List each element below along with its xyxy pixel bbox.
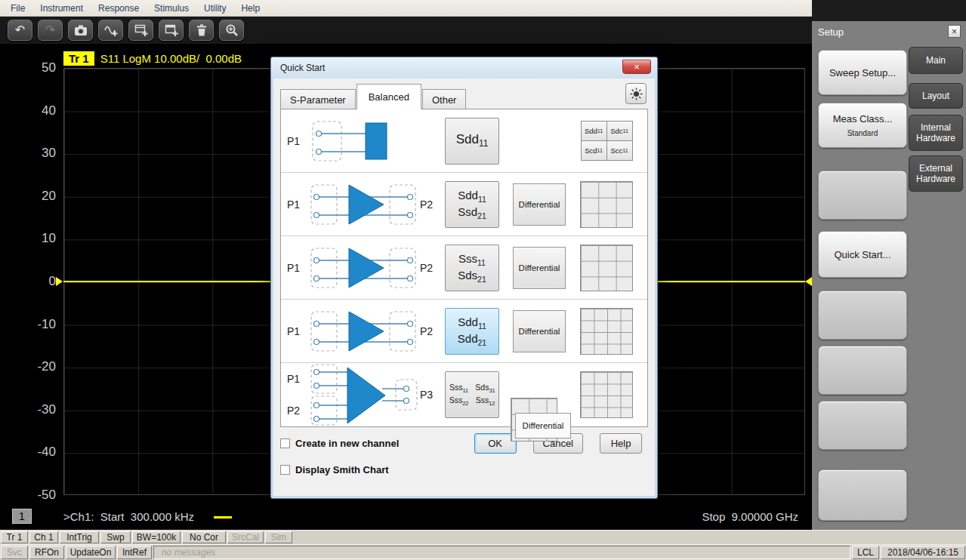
softkey-label: Sweep Setup...	[829, 67, 896, 78]
port-label-p3: P3	[420, 389, 433, 401]
matrix-preview-3x3[interactable]	[580, 181, 633, 228]
port-labels: P1	[287, 135, 307, 147]
status-srccal: SrcCal	[227, 531, 264, 543]
help-button[interactable]: Help	[600, 433, 642, 454]
setup-softkey-panel: Setup × Sweep Setup... Meas Class... Sta…	[812, 21, 966, 530]
menu-item-response[interactable]: Response	[91, 1, 147, 16]
add-trace-button[interactable]	[98, 20, 123, 41]
port-label-p2: P2	[420, 325, 433, 337]
setup-tab-layout[interactable]: Layout	[909, 83, 963, 109]
differential-button[interactable]: Differential	[515, 413, 571, 438]
meas-button-3port[interactable]: Sss11 Sds31 Sss22 Sss12	[445, 371, 499, 418]
waveform-plus-icon	[103, 23, 119, 38]
sun-icon	[630, 88, 643, 100]
trace-color-key-icon	[214, 516, 232, 518]
menu-bar: File Instrument Response Stimulus Utilit…	[0, 0, 812, 17]
softkey-blank-1	[818, 171, 907, 220]
dialog-close-button[interactable]: ×	[622, 60, 651, 74]
menu-item-file[interactable]: File	[3, 1, 32, 16]
tab-label: Layout	[922, 91, 949, 101]
differential-button[interactable]: Differential	[513, 183, 566, 226]
channel-badge: 1	[12, 509, 32, 524]
matrix-button-sdd11[interactable]: Sdd11	[581, 121, 607, 141]
tab-other[interactable]: Other	[422, 89, 467, 109]
undo-icon: ↶	[15, 24, 25, 36]
meas-button-sdd11[interactable]: Sdd11	[445, 118, 499, 165]
port-label-p1: P1	[287, 262, 307, 274]
matrix-button-scc11[interactable]: Scc11	[606, 140, 633, 161]
dialog-title: Quick Start	[280, 63, 325, 73]
delete-button[interactable]	[189, 20, 214, 41]
meas-button-sdd11-sdd21-selected[interactable]: Sdd11 Sdd21	[445, 308, 499, 355]
menu-item-stimulus[interactable]: Stimulus	[147, 1, 196, 16]
quick-start-dialog: Quick Start × S-Parameter Balanced Other	[270, 57, 658, 499]
screenshot-button[interactable]	[68, 20, 93, 41]
redo-button[interactable]: ↷	[38, 20, 63, 41]
menu-item-instrument[interactable]: Instrument	[32, 1, 91, 16]
setup-tab-main[interactable]: Main	[909, 47, 963, 74]
y-tick: -10	[37, 317, 56, 332]
balanced-2port-schematic	[307, 242, 420, 294]
status-bar-2: Svc RFOn UpdateOn IntRef no messages LCL…	[0, 544, 966, 560]
topology-row-4: P1 P2 Sdd11 Sdd21 Differe	[281, 300, 647, 363]
checkbox-label[interactable]: Display Smith Chart	[295, 464, 389, 475]
checkbox-label[interactable]: Create in new channel	[295, 438, 399, 449]
matrix-button-scd11[interactable]: Scd11	[581, 140, 607, 161]
menu-item-help[interactable]: Help	[233, 1, 267, 16]
softkey-label: Quick Start...	[834, 249, 890, 260]
zoom-button[interactable]	[219, 20, 244, 41]
setup-close-button[interactable]: ×	[948, 25, 961, 38]
status-sweep: Swp	[100, 531, 131, 543]
undo-button[interactable]: ↶	[8, 20, 32, 41]
dialog-tabs: S-Parameter Balanced Other	[280, 78, 648, 109]
matrix-button-sdc11[interactable]: Sdc11	[606, 121, 633, 141]
y-tick: -20	[37, 359, 56, 374]
tab-label: External Hardware	[911, 163, 961, 184]
copy-channel-button[interactable]	[128, 20, 153, 41]
setup-tab-internal-hardware[interactable]: Internal Hardware	[909, 115, 963, 151]
status-update: UpdateOn	[66, 546, 116, 559]
status-correction: No Cor	[182, 531, 226, 543]
matrix-preview-4x4[interactable]	[580, 371, 633, 418]
dialog-body: S-Parameter Balanced Other	[271, 78, 657, 475]
softkey-meas-class[interactable]: Meas Class... Standard	[818, 103, 907, 148]
add-window-button[interactable]	[159, 20, 184, 41]
differential-button[interactable]: Differential	[513, 247, 566, 289]
y-tick: -40	[37, 445, 56, 460]
status-reference: IntRef	[117, 546, 152, 559]
display-brightness-button[interactable]	[625, 83, 647, 104]
port-label-p1: P1	[287, 135, 307, 147]
y-tick: 40	[42, 103, 56, 118]
y-tick: 0	[49, 274, 56, 289]
differential-button[interactable]: Differential	[513, 310, 566, 352]
status-rf: RFOn	[29, 546, 64, 559]
y-axis-labels: 50 40 30 20 10 0 -10 -20 -30 -40 -50	[0, 60, 56, 503]
balanced-1port-schematic	[307, 115, 420, 167]
create-in-new-channel-checkbox[interactable]	[280, 438, 290, 448]
matrix-preview-3x3[interactable]	[580, 245, 633, 291]
softkey-sublabel: Standard	[847, 129, 878, 137]
trash-icon	[194, 23, 209, 38]
dialog-titlebar[interactable]: Quick Start ×	[271, 57, 657, 78]
tab-balanced[interactable]: Balanced	[356, 84, 421, 109]
display-smith-chart-checkbox[interactable]	[280, 465, 290, 475]
meas-button-sss11-sds21[interactable]: Sss11 Sds21	[445, 245, 499, 291]
status-trace: Tr 1	[1, 531, 28, 543]
trace-badge[interactable]: Tr 1	[63, 51, 94, 66]
tab-s-parameter[interactable]: S-Parameter	[280, 89, 356, 109]
camera-icon	[73, 23, 88, 38]
sparam-matrix-2x2: Sdd11 Sdc11 Scd11 Scc11	[581, 122, 632, 161]
tab-label: Internal Hardware	[911, 122, 961, 143]
softkey-quick-start[interactable]: Quick Start...	[818, 231, 907, 278]
balanced-topology-list: P1 Sdd11 Sdd11	[280, 109, 648, 427]
dialog-footer: Create in new channel Display Smith Char…	[280, 427, 648, 475]
y-tick: 20	[42, 189, 56, 204]
topology-row-2: P1 P2 Sdd11 Ssd21 Differe	[281, 173, 647, 236]
port-label-p2: P2	[420, 198, 433, 211]
menu-item-utility[interactable]: Utility	[196, 1, 233, 16]
softkey-blank-5	[818, 469, 907, 521]
matrix-preview-4x4[interactable]	[580, 308, 633, 355]
softkey-sweep-setup[interactable]: Sweep Setup...	[818, 50, 907, 95]
setup-tab-external-hardware[interactable]: External Hardware	[909, 155, 963, 192]
meas-button-sdd11-ssd21[interactable]: Sdd11 Ssd21	[445, 181, 499, 228]
